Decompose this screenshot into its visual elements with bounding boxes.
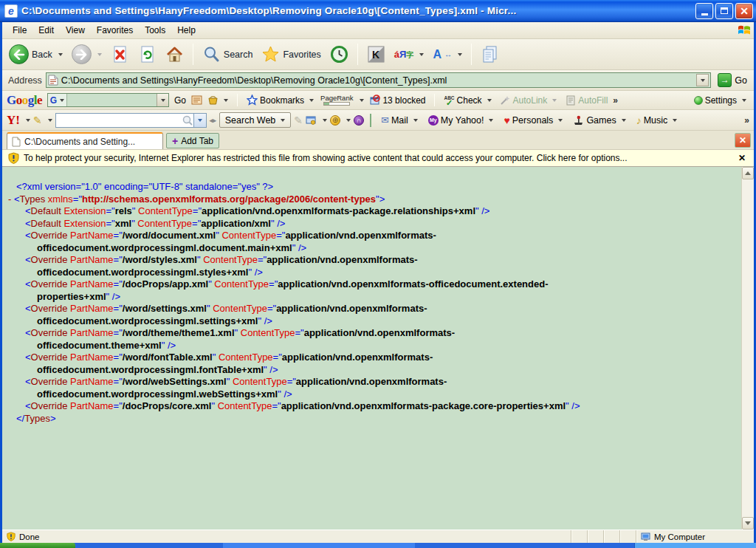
yahoo-logo[interactable]: Y! [7, 113, 20, 128]
translate-button[interactable]: áЯ字 [391, 47, 428, 63]
autofill-button[interactable]: AutoFill [562, 93, 611, 107]
infobar-close-icon[interactable]: ✕ [736, 153, 748, 163]
spellcheck-button[interactable]: ABC✓ Check [441, 94, 494, 107]
google-settings-button[interactable]: Settings [691, 94, 749, 107]
status-left: Done [2, 532, 571, 541]
antispy-dropdown-icon[interactable] [323, 119, 327, 122]
xml-token: officedocument.wordprocessingml.webSetti… [37, 388, 278, 400]
menu-favorites[interactable]: Favorites [91, 23, 139, 38]
scroll-down-button[interactable] [742, 517, 754, 530]
mail-button[interactable]: ✉Mail [377, 113, 422, 127]
vertical-scrollbar[interactable] [741, 167, 754, 530]
favorites-button[interactable]: Favorites [258, 43, 324, 66]
xml-token: =" [114, 230, 123, 241]
pagerank-bar [323, 102, 350, 106]
google-separator [237, 94, 238, 107]
xml-token: application/xml [201, 218, 271, 229]
yahoo-logo-dropdown-icon[interactable] [26, 119, 30, 122]
kaspersky-button[interactable]: K [363, 43, 389, 66]
scroll-up-button[interactable] [742, 167, 754, 179]
google-go-button[interactable]: Go [171, 94, 189, 107]
autolink-button[interactable]: AutoLink [497, 93, 560, 107]
games-button[interactable]: Games [569, 113, 629, 127]
menu-edit[interactable]: Edit [32, 23, 60, 38]
xml-token: </ [16, 413, 24, 424]
search-web-button[interactable]: Search Web [219, 112, 292, 128]
status-zone: My Computer [636, 530, 754, 543]
minimize-button[interactable] [695, 3, 713, 19]
resize-grip-icon[interactable]: ◂▸ [210, 117, 216, 124]
tabbar-close-button[interactable]: ✕ [735, 133, 751, 148]
xml-token: Override [31, 254, 68, 265]
font-size-dropdown-icon [458, 53, 462, 56]
games-dropdown-icon [622, 119, 626, 122]
back-button[interactable]: Back [5, 42, 66, 66]
home-button[interactable] [162, 43, 188, 66]
close-button[interactable]: ✕ [735, 3, 753, 19]
address-dropdown-button[interactable] [696, 74, 709, 86]
collapse-marker[interactable]: - [8, 193, 14, 205]
history-icon [330, 45, 348, 64]
globe-icon[interactable]: ⊕ [330, 115, 340, 126]
taskbar-window-button[interactable] [223, 543, 415, 548]
go-button[interactable]: → Go [715, 72, 750, 88]
menu-file[interactable]: File [7, 23, 32, 38]
address-field[interactable]: C:\Documents and Settings\HanyFreedom\De… [46, 72, 711, 88]
xml-token: =" [114, 303, 123, 314]
globe-dropdown-icon[interactable] [346, 119, 351, 122]
google-overflow-chevron[interactable]: » [613, 95, 618, 106]
google-search-dropdown-icon [161, 99, 165, 102]
font-size-button[interactable]: A ↔ [429, 46, 466, 64]
yahoo-toolbar: Y! ✎ ◂▸ Search Web ✎ ⊕ ∩ ✉Mail MyMy Yaho… [2, 110, 754, 131]
forward-button[interactable] [68, 42, 106, 66]
pagerank-dropdown-icon[interactable] [360, 99, 364, 102]
copy-pages-button[interactable] [477, 43, 503, 66]
address-bar: Address C:\Documents and Settings\HanyFr… [2, 70, 754, 91]
xml-row: <Default Extension="xml" ContentType="ap… [2, 218, 741, 230]
menu-help[interactable]: Help [171, 23, 202, 38]
music-button[interactable]: ♪Music [633, 113, 681, 128]
security-info-bar[interactable]: To help protect your security, Internet … [2, 150, 754, 167]
restore-button[interactable] [715, 3, 733, 19]
personals-button[interactable]: ♥Personals [500, 113, 566, 128]
xml-row: <Override PartName="/docProps/app.xml" C… [2, 278, 741, 291]
google-bucket-button[interactable] [205, 93, 231, 107]
refresh-button[interactable] [134, 43, 160, 66]
stop-button[interactable] [107, 43, 133, 66]
tab-title: C:\Documents and Setting... [24, 137, 135, 147]
xml-token: =" [114, 254, 123, 265]
google-search-dropdown-button[interactable] [157, 94, 168, 106]
popup-blocker-button[interactable]: 13 blocked [366, 93, 428, 107]
history-button[interactable] [326, 43, 352, 66]
xml-row: </Types> [2, 413, 741, 425]
pagerank-indicator[interactable]: PageRank [319, 95, 354, 106]
xml-token: < [14, 193, 20, 205]
add-tab-button[interactable]: + Add Tab [166, 133, 219, 148]
xml-token: " /> [162, 340, 176, 351]
xml-token: < [25, 278, 31, 290]
news-icon[interactable] [191, 95, 202, 106]
xml-token: " [213, 352, 219, 363]
yahoo-search-box[interactable] [55, 113, 207, 128]
xml-token: xml [115, 218, 131, 229]
yahoo-search-dropdown-button[interactable] [193, 114, 206, 127]
pencil-dropdown-icon[interactable] [48, 119, 52, 122]
search-button[interactable]: Search [199, 43, 257, 66]
security-warning-text[interactable]: To help protect your security, Internet … [24, 153, 732, 163]
yahoo-overflow-chevron[interactable]: » [744, 115, 749, 126]
my-yahoo-button[interactable]: MyMy Yahoo! [425, 114, 498, 127]
xml-token: =" [295, 327, 303, 338]
xml-token: =" [272, 400, 281, 411]
google-search-box[interactable]: G [47, 93, 169, 107]
forward-icon [72, 44, 92, 64]
menu-view[interactable]: View [60, 23, 91, 38]
compose-pencil-icon[interactable]: ✎ [294, 114, 303, 126]
tab-active[interactable]: C:\Documents and Setting... [7, 132, 163, 149]
google-g-icon[interactable]: G [48, 94, 67, 106]
antispy-window-icon[interactable] [306, 114, 317, 126]
google-bookmarks-button[interactable]: Bookmarks [244, 93, 317, 107]
music-radio-icon[interactable]: ∩ [354, 115, 364, 126]
start-button[interactable] [0, 543, 75, 548]
menu-tools[interactable]: Tools [139, 23, 171, 38]
pencil-icon[interactable]: ✎ [33, 114, 42, 126]
